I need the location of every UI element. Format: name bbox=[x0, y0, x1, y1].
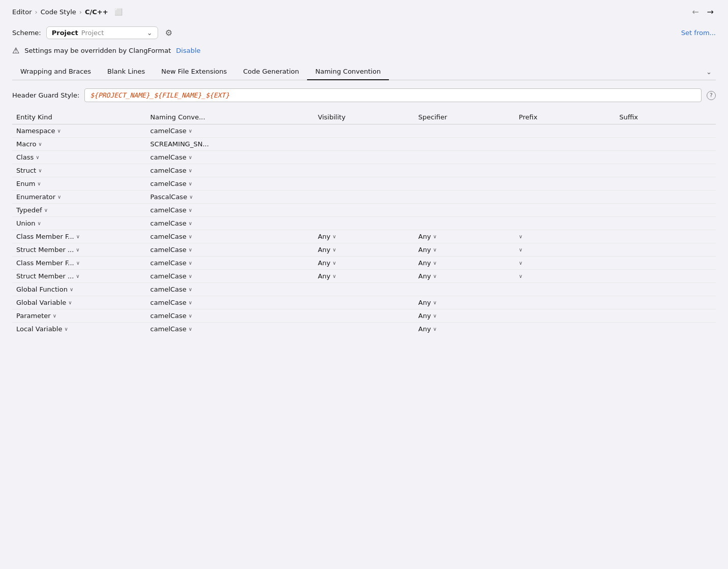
table-row: Struct Member ...∨camelCase∨Any∨Any∨∨ bbox=[12, 270, 716, 283]
naming-convention-chevron[interactable]: ∨ bbox=[189, 247, 192, 252]
visibility-chevron[interactable]: ∨ bbox=[332, 273, 336, 279]
entity-kind-text: Struct Member ... bbox=[16, 272, 74, 280]
naming-convention-chevron[interactable]: ∨ bbox=[189, 128, 192, 134]
table-row: Enum∨camelCase∨ bbox=[12, 177, 716, 191]
specifier-chevron[interactable]: ∨ bbox=[433, 313, 437, 319]
entity-kind-chevron[interactable]: ∨ bbox=[76, 234, 80, 239]
naming-convention-chevron[interactable]: ∨ bbox=[189, 326, 192, 332]
naming-convention-chevron[interactable]: ∨ bbox=[189, 287, 192, 292]
naming-convention-chevron[interactable]: ∨ bbox=[189, 207, 192, 213]
entity-kind-text: Struct bbox=[16, 167, 36, 174]
specifier-text: Any bbox=[418, 325, 431, 333]
tab-blank-lines[interactable]: Blank Lines bbox=[99, 64, 153, 80]
specifier-chevron[interactable]: ∨ bbox=[433, 234, 437, 239]
prefix-chevron[interactable]: ∨ bbox=[519, 273, 523, 279]
naming-convention-text: camelCase bbox=[150, 312, 187, 320]
forward-arrow[interactable]: → bbox=[705, 6, 716, 18]
entity-kind-chevron[interactable]: ∨ bbox=[53, 313, 56, 319]
entity-kind-text: Global Variable bbox=[16, 299, 66, 306]
specifier-text: Any bbox=[418, 312, 431, 320]
entity-kind-chevron[interactable]: ∨ bbox=[68, 300, 72, 305]
scheme-dropdown[interactable]: Project Project ⌄ bbox=[46, 26, 158, 39]
col-header-entity-kind: Entity Kind bbox=[12, 110, 146, 124]
header-guard-input[interactable] bbox=[84, 88, 702, 102]
naming-convention-chevron[interactable]: ∨ bbox=[189, 220, 192, 226]
naming-convention-chevron[interactable]: ∨ bbox=[189, 234, 192, 239]
scheme-bold-text: Project bbox=[52, 29, 78, 37]
naming-convention-chevron[interactable]: ∨ bbox=[189, 154, 192, 160]
entity-kind-chevron[interactable]: ∨ bbox=[38, 141, 42, 147]
entity-kind-text: Enum bbox=[16, 180, 35, 187]
entity-kind-chevron[interactable]: ∨ bbox=[76, 247, 79, 252]
breadcrumb-copy-icon[interactable]: ⬜ bbox=[114, 8, 123, 16]
naming-convention-chevron[interactable]: ∨ bbox=[189, 273, 192, 279]
naming-convention-chevron[interactable]: ∨ bbox=[189, 168, 192, 173]
breadcrumb-sep-2: › bbox=[79, 8, 82, 16]
entity-kind-chevron[interactable]: ∨ bbox=[44, 207, 48, 213]
naming-convention-chevron[interactable]: ∨ bbox=[189, 194, 193, 200]
tab-more-chevron[interactable]: ⌄ bbox=[702, 64, 716, 80]
table-header-row: Entity Kind Naming Conve... Visibility S… bbox=[12, 110, 716, 124]
naming-convention-chevron[interactable]: ∨ bbox=[189, 181, 192, 186]
naming-convention-text: camelCase bbox=[150, 167, 187, 174]
visibility-chevron[interactable]: ∨ bbox=[332, 234, 336, 239]
disable-link[interactable]: Disable bbox=[176, 47, 200, 54]
entity-kind-text: Global Function bbox=[16, 286, 68, 293]
specifier-text: Any bbox=[418, 299, 431, 306]
specifier-chevron[interactable]: ∨ bbox=[433, 247, 437, 252]
visibility-chevron[interactable]: ∨ bbox=[332, 260, 336, 266]
entity-kind-chevron[interactable]: ∨ bbox=[76, 260, 80, 266]
specifier-chevron[interactable]: ∨ bbox=[433, 300, 437, 305]
tab-wrapping-and-braces[interactable]: Wrapping and Braces bbox=[12, 64, 99, 80]
breadcrumb: Editor › Code Style › C/C++ ⬜ ← → bbox=[12, 8, 716, 16]
naming-convention-text: camelCase bbox=[150, 219, 187, 227]
entity-kind-chevron[interactable]: ∨ bbox=[36, 154, 39, 160]
breadcrumb-sep-1: › bbox=[35, 8, 37, 16]
tab-naming-convention[interactable]: Naming Convention bbox=[307, 64, 389, 80]
scheme-row: Scheme: Project Project ⌄ ⚙ Set from... bbox=[12, 26, 716, 40]
table-row: Class∨camelCase∨ bbox=[12, 151, 716, 164]
entity-kind-chevron[interactable]: ∨ bbox=[64, 326, 68, 332]
entity-kind-chevron[interactable]: ∨ bbox=[57, 128, 61, 134]
scheme-dropdown-chevron: ⌄ bbox=[147, 29, 153, 37]
specifier-chevron[interactable]: ∨ bbox=[433, 273, 437, 279]
naming-convention-chevron[interactable]: ∨ bbox=[189, 300, 192, 305]
main-container: Editor › Code Style › C/C++ ⬜ ← → Scheme… bbox=[0, 0, 728, 569]
tab-new-file-extensions[interactable]: New File Extensions bbox=[153, 64, 235, 80]
entity-kind-text: Union bbox=[16, 219, 36, 227]
table-row: Macro∨SCREAMING_SN... bbox=[12, 138, 716, 151]
prefix-chevron[interactable]: ∨ bbox=[519, 234, 523, 239]
entity-kind-text: Namespace bbox=[16, 127, 55, 135]
table-row: Struct Member ...∨camelCase∨Any∨Any∨∨ bbox=[12, 243, 716, 257]
table-row: Global Variable∨camelCase∨Any∨ bbox=[12, 296, 716, 309]
entity-kind-chevron[interactable]: ∨ bbox=[76, 273, 79, 279]
entity-kind-chevron[interactable]: ∨ bbox=[37, 181, 41, 186]
col-header-visibility: Visibility bbox=[314, 110, 414, 124]
table-row: Local Variable∨camelCase∨Any∨ bbox=[12, 323, 716, 336]
specifier-chevron[interactable]: ∨ bbox=[433, 326, 437, 332]
set-from-link[interactable]: Set from... bbox=[681, 29, 716, 37]
specifier-chevron[interactable]: ∨ bbox=[433, 260, 437, 266]
naming-convention-chevron[interactable]: ∨ bbox=[189, 260, 192, 266]
naming-convention-text: camelCase bbox=[150, 259, 187, 267]
naming-convention-text: camelCase bbox=[150, 180, 187, 187]
entity-kind-text: Class Member F... bbox=[16, 259, 74, 267]
entity-kind-chevron[interactable]: ∨ bbox=[70, 287, 73, 292]
naming-convention-text: SCREAMING_SN... bbox=[150, 140, 209, 148]
entity-kind-text: Macro bbox=[16, 140, 36, 148]
scheme-light-text: Project bbox=[81, 29, 104, 37]
help-icon[interactable]: ? bbox=[707, 91, 716, 100]
naming-convention-chevron[interactable]: ∨ bbox=[189, 313, 192, 319]
prefix-chevron[interactable]: ∨ bbox=[519, 247, 523, 252]
entity-kind-chevron[interactable]: ∨ bbox=[38, 220, 41, 226]
entity-kind-chevron[interactable]: ∨ bbox=[57, 194, 61, 200]
gear-icon[interactable]: ⚙ bbox=[163, 26, 174, 40]
visibility-chevron[interactable]: ∨ bbox=[332, 247, 336, 252]
tabs-row: Wrapping and Braces Blank Lines New File… bbox=[12, 64, 716, 80]
naming-convention-text: camelCase bbox=[150, 233, 187, 240]
back-arrow[interactable]: ← bbox=[690, 6, 701, 18]
tab-code-generation[interactable]: Code Generation bbox=[235, 64, 307, 80]
scheme-label: Scheme: bbox=[12, 29, 41, 37]
entity-kind-chevron[interactable]: ∨ bbox=[38, 168, 42, 173]
prefix-chevron[interactable]: ∨ bbox=[519, 260, 523, 266]
